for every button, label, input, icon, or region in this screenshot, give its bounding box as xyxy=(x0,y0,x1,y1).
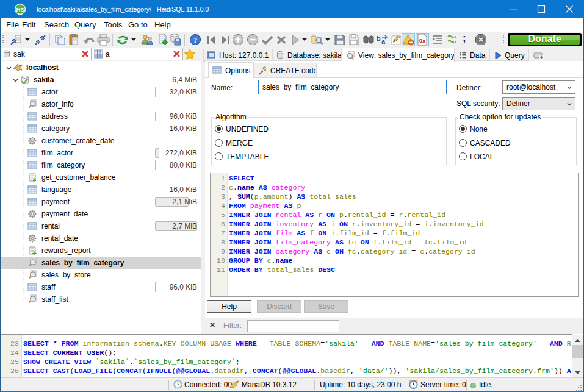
svg-text:HS: HS xyxy=(16,6,24,13)
svg-text:?: ? xyxy=(193,36,197,45)
svg-text:b: b xyxy=(377,35,381,42)
svg-text:0x: 0x xyxy=(419,38,425,44)
